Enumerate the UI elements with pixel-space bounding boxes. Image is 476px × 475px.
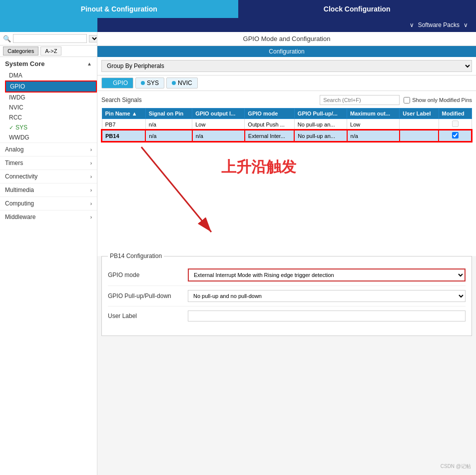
sidebar-item-rcc[interactable]: RCC bbox=[5, 112, 97, 122]
tab-gpio[interactable]: GPIO bbox=[101, 78, 133, 88]
pb14-config-section: PB14 Configuration GPIO mode External In… bbox=[101, 256, 472, 336]
sidebar-category-analog[interactable]: Analog › bbox=[0, 142, 97, 156]
middleware-arrow-icon: › bbox=[90, 214, 92, 220]
sys-check-icon: ✓ bbox=[9, 124, 13, 131]
watermark: CSDN @记帖 bbox=[441, 463, 471, 470]
chinese-annotation: 上升沿触发 bbox=[221, 157, 296, 178]
sidebar-item-iwdg[interactable]: IWDG bbox=[5, 92, 97, 102]
sidebar-item-dma[interactable]: DMA bbox=[5, 70, 97, 80]
peripheral-tabs-row: GPIO SYS NVIC bbox=[97, 76, 476, 91]
gpio-dot bbox=[107, 81, 111, 85]
search-dropdown[interactable] bbox=[89, 35, 97, 42]
sys-dot bbox=[141, 81, 145, 85]
system-core-label: System Core bbox=[5, 60, 44, 68]
gpio-table: Pin Name ▲ Signal on Pin GPIO output l..… bbox=[101, 108, 472, 142]
tab-az[interactable]: A->Z bbox=[40, 46, 61, 56]
search-icon: 🔍 bbox=[3, 35, 11, 42]
cell-pb14-name: PB14 bbox=[102, 130, 145, 142]
cell-pb7-max: Low bbox=[347, 119, 400, 130]
col-pin-name[interactable]: Pin Name ▲ bbox=[102, 108, 145, 119]
svg-line-1 bbox=[141, 147, 211, 232]
col-max-out[interactable]: Maximum out... bbox=[347, 108, 400, 119]
table-header-row: Pin Name ▲ Signal on Pin GPIO output l..… bbox=[102, 108, 472, 119]
gpio-pull-row: GPIO Pull-up/Pull-down No pull-up and no… bbox=[108, 290, 466, 306]
cell-pb14-signal: n/a bbox=[145, 130, 192, 142]
connectivity-arrow-icon: › bbox=[90, 174, 92, 180]
col-modified[interactable]: Modified bbox=[439, 108, 472, 119]
cell-pb14-max: n/a bbox=[347, 130, 400, 142]
tab-sys[interactable]: SYS bbox=[135, 78, 164, 88]
chevron-down-right-icon: ∨ bbox=[464, 22, 468, 28]
gpio-mode-row: GPIO mode External Interrupt Mode with R… bbox=[108, 268, 466, 286]
timers-arrow-icon: › bbox=[90, 160, 92, 166]
sidebar-item-gpio[interactable]: GPIO bbox=[5, 80, 97, 92]
pb14-config-title: PB14 Configuration bbox=[108, 252, 164, 260]
system-core-header[interactable]: System Core ▲ bbox=[0, 57, 97, 70]
sub-header-left bbox=[0, 18, 97, 32]
sidebar-item-sys[interactable]: ✓ SYS bbox=[5, 122, 97, 132]
user-label-input[interactable] bbox=[188, 310, 466, 322]
software-packs-bar[interactable]: ∨ Software Packs ∨ bbox=[97, 18, 476, 32]
sidebar-category-connectivity[interactable]: Connectivity › bbox=[0, 170, 97, 183]
tab-nvic[interactable]: NVIC bbox=[166, 78, 198, 88]
annotation-area: 上升沿触发 bbox=[101, 142, 472, 252]
cell-pb7-mode: Output Push ... bbox=[245, 119, 294, 130]
gpio-mode-select[interactable]: External Interrupt Mode with Rising edge… bbox=[188, 268, 466, 282]
search-signals-label: Search Signals bbox=[101, 96, 142, 104]
system-core-section: System Core ▲ DMA GPIO IWDG NVIC RCC bbox=[0, 57, 97, 142]
show-modified-label: Show only Modified Pins bbox=[412, 97, 472, 103]
sidebar-item-nvic[interactable]: NVIC bbox=[5, 102, 97, 112]
group-by-row: Group By Peripherals bbox=[97, 57, 476, 76]
tab-categories[interactable]: Categories bbox=[3, 46, 38, 56]
sidebar: 🔍 ⚙ Categories A->Z System Core ▲ DMA bbox=[0, 32, 97, 475]
analog-arrow-icon: › bbox=[90, 147, 92, 152]
chevron-down-left-icon: ∨ bbox=[410, 22, 414, 28]
cell-pb14-mode: External Inter... bbox=[245, 130, 294, 142]
multimedia-arrow-icon: › bbox=[90, 188, 92, 193]
show-modified-checkbox[interactable] bbox=[404, 97, 410, 104]
sidebar-category-computing[interactable]: Computing › bbox=[0, 196, 97, 210]
col-gpio-mode[interactable]: GPIO mode bbox=[245, 108, 294, 119]
col-user-label[interactable]: User Label bbox=[400, 108, 439, 119]
sidebar-item-wwdg[interactable]: WWDG bbox=[5, 132, 97, 142]
user-label-label: User Label bbox=[108, 312, 188, 320]
table-row[interactable]: PB7 n/a Low Output Push ... No pull-up a… bbox=[102, 119, 472, 130]
sidebar-category-timers[interactable]: Timers › bbox=[0, 156, 97, 170]
gpio-pull-select[interactable]: No pull-up and no pull-down bbox=[188, 290, 466, 302]
col-signal[interactable]: Signal on Pin bbox=[145, 108, 192, 119]
show-modified-row: Show only Modified Pins bbox=[404, 97, 472, 104]
system-core-chevron: ▲ bbox=[87, 61, 92, 66]
clock-config-header: Clock Configuration bbox=[238, 0, 476, 18]
config-bar: Configuration bbox=[97, 46, 476, 57]
cell-pb14-label bbox=[400, 130, 439, 142]
cell-pb7-pull: No pull-up an... bbox=[294, 119, 347, 130]
nvic-dot bbox=[172, 81, 176, 85]
cell-pb14-pull: No pull-up an... bbox=[294, 130, 347, 142]
software-packs-label: Software Packs bbox=[418, 22, 460, 28]
table-row-pb14[interactable]: PB14 n/a n/a External Inter... No pull-u… bbox=[102, 130, 472, 142]
cell-pb7-output: Low bbox=[192, 119, 245, 130]
gpio-mode-label: GPIO mode bbox=[108, 272, 188, 278]
content-title: GPIO Mode and Configuration bbox=[97, 32, 476, 46]
cell-pb7-signal: n/a bbox=[145, 119, 192, 130]
pinout-config-header: Pinout & Configuration bbox=[0, 0, 238, 18]
cell-pb7-modified bbox=[439, 119, 472, 130]
search-signals-input[interactable] bbox=[320, 95, 400, 105]
user-label-row: User Label bbox=[108, 310, 466, 326]
col-gpio-output[interactable]: GPIO output l... bbox=[192, 108, 245, 119]
system-core-items: DMA GPIO IWDG NVIC RCC ✓ SYS bbox=[0, 70, 97, 142]
gpio-pull-label: GPIO Pull-up/Pull-down bbox=[108, 292, 188, 300]
computing-arrow-icon: › bbox=[90, 201, 92, 206]
search-input[interactable] bbox=[13, 34, 87, 43]
cell-pb14-modified bbox=[439, 130, 472, 142]
cell-pb7-label bbox=[400, 119, 439, 130]
sidebar-category-multimedia[interactable]: Multimedia › bbox=[0, 183, 97, 196]
table-section: Search Signals Show only Modified Pins P… bbox=[97, 91, 476, 256]
cell-pb14-output: n/a bbox=[192, 130, 245, 142]
content-area: GPIO Mode and Configuration Configuratio… bbox=[97, 32, 476, 475]
sidebar-tab-row: Categories A->Z bbox=[0, 46, 97, 57]
col-gpio-pull[interactable]: GPIO Pull-up/... bbox=[294, 108, 347, 119]
cell-pb7-name: PB7 bbox=[102, 119, 145, 130]
group-by-select[interactable]: Group By Peripherals bbox=[101, 60, 472, 72]
sidebar-category-middleware[interactable]: Middleware › bbox=[0, 210, 97, 224]
